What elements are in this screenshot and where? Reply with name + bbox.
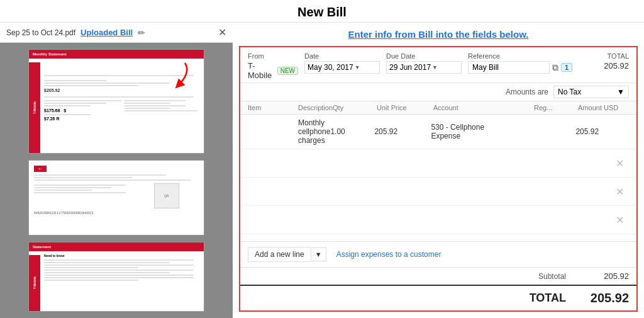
row1-unit-price: 205.92: [374, 127, 431, 136]
form-header-row: From T-Mobile NEW Date May 30, 2017 ▼: [240, 47, 636, 83]
main-container: New Bill Sep 25 to Oct 24.pdf Uploaded B…: [0, 0, 644, 318]
instruction-bar: Enter info from Bill into the fields bel…: [233, 23, 644, 46]
add-line-dropdown-button[interactable]: ▼: [311, 247, 326, 261]
subtotal-row: Subtotal 205.92: [240, 268, 636, 285]
left-panel-header: Sep 25 to Oct 24.pdf Uploaded Bill ✏ ✕: [0, 23, 233, 43]
reference-field-group: Reference ⧉ 1: [468, 52, 572, 74]
total-field-group: TOTAL 205.92: [579, 52, 629, 71]
from-value: T-Mobile: [248, 61, 273, 80]
amounts-are-label: Amounts are: [506, 88, 548, 96]
reference-input[interactable]: [468, 61, 550, 74]
table-header: Item Description Qty Unit Price Account …: [240, 101, 636, 115]
close-pdf-icon[interactable]: ✕: [218, 26, 226, 38]
table-row-empty-2: ✕: [240, 178, 636, 206]
pdf-page-3: Statement T-Mobile Need to know: [28, 242, 204, 312]
subtotal-value: 205.92: [579, 271, 629, 281]
left-panel: Sep 25 to Oct 24.pdf Uploaded Bill ✏ ✕ M…: [0, 23, 233, 318]
pdf-scroll-area[interactable]: Monthly Statement T-Mobile: [0, 43, 233, 318]
total-header-label: TOTAL: [579, 52, 629, 60]
due-date-dropdown-arrow: ▼: [432, 64, 438, 71]
date-dropdown-arrow: ▼: [355, 64, 360, 71]
row-empty-3-delete-btn[interactable]: ✕: [610, 214, 629, 226]
due-date-value: 29 Jun 2017: [389, 63, 431, 72]
date-label: Date: [304, 52, 380, 60]
instruction-text: Enter info from Bill into the fields bel…: [348, 29, 529, 40]
add-line-row: Add a new line ▼ Assign expenses to a cu…: [240, 242, 636, 268]
total-value-big: 205.92: [579, 291, 629, 305]
assign-expenses-link[interactable]: Assign expenses to a customer: [336, 250, 441, 259]
subtotal-label: Subtotal: [538, 272, 566, 281]
table-row: Monthly cellphone charges 1.00 205.92 53…: [240, 115, 636, 149]
amounts-are-select[interactable]: No Tax ▼: [553, 86, 629, 98]
right-panel: Enter info from Bill into the fields bel…: [233, 23, 644, 318]
copy-icon[interactable]: ⧉: [552, 62, 558, 73]
form-footer: Add a new line ▼ Assign expenses to a cu…: [240, 241, 636, 310]
date-field-group: Date May 30, 2017 ▼: [304, 52, 380, 74]
col-reg: Reg...: [534, 104, 578, 111]
total-row: TOTAL 205.92: [240, 285, 636, 310]
col-qty: Qty: [333, 104, 377, 111]
pdf-page-1: Monthly Statement T-Mobile: [28, 49, 204, 154]
content-area: Sep 25 to Oct 24.pdf Uploaded Bill ✏ ✕ M…: [0, 23, 644, 318]
add-line-button[interactable]: Add a new line: [248, 247, 311, 262]
due-date-dropdown[interactable]: 29 Jun 2017 ▼: [386, 61, 462, 74]
reference-count-badge: 1: [561, 63, 572, 72]
pdf-page-2: T~: [28, 160, 204, 236]
col-account: Account: [433, 104, 534, 111]
table-row-empty-1: ✕: [240, 149, 636, 178]
row1-account: 530 - CellphoneExpense: [431, 123, 531, 140]
row1-qty: 1.00: [330, 127, 374, 136]
table-body: Monthly cellphone charges 1.00 205.92 53…: [240, 115, 636, 241]
amounts-are-value: No Tax: [558, 88, 581, 96]
table-row-empty-4: ✕: [240, 234, 636, 241]
new-badge: NEW: [277, 67, 298, 75]
uploaded-bill-link[interactable]: Uploaded Bill: [80, 28, 133, 37]
row1-description: Monthly cellphone charges: [298, 118, 330, 145]
date-value: May 30, 2017: [308, 63, 353, 72]
reference-label: Reference: [468, 52, 572, 60]
row-empty-2-delete-btn[interactable]: ✕: [610, 186, 629, 198]
form-container: From T-Mobile NEW Date May 30, 2017 ▼: [239, 46, 638, 312]
page-title: New Bill: [0, 0, 644, 23]
col-description: Description: [298, 104, 333, 111]
row-empty-1-delete-btn[interactable]: ✕: [610, 157, 629, 169]
col-amount-usd: Amount USD: [578, 104, 638, 111]
date-dropdown[interactable]: May 30, 2017 ▼: [304, 61, 380, 74]
title-text: New Bill: [297, 5, 347, 19]
total-label-big: TOTAL: [530, 292, 566, 305]
row1-amount: 205.92: [575, 127, 636, 136]
amounts-dropdown-arrow: ▼: [617, 88, 625, 96]
total-header-value: 205.92: [579, 61, 629, 71]
col-item: Item: [248, 104, 298, 111]
due-date-label: Due Date: [386, 52, 462, 60]
col-unit-price: Unit Price: [377, 104, 433, 111]
pdf-filename: Sep 25 to Oct 24.pdf: [6, 28, 75, 37]
amounts-row: Amounts are No Tax ▼: [240, 83, 636, 101]
from-field-group: From T-Mobile NEW: [248, 52, 298, 80]
due-date-field-group: Due Date 29 Jun 2017 ▼: [386, 52, 462, 74]
table-row-empty-3: ✕: [240, 206, 636, 234]
edit-icon[interactable]: ✏: [138, 28, 145, 38]
from-label: From: [248, 52, 298, 60]
